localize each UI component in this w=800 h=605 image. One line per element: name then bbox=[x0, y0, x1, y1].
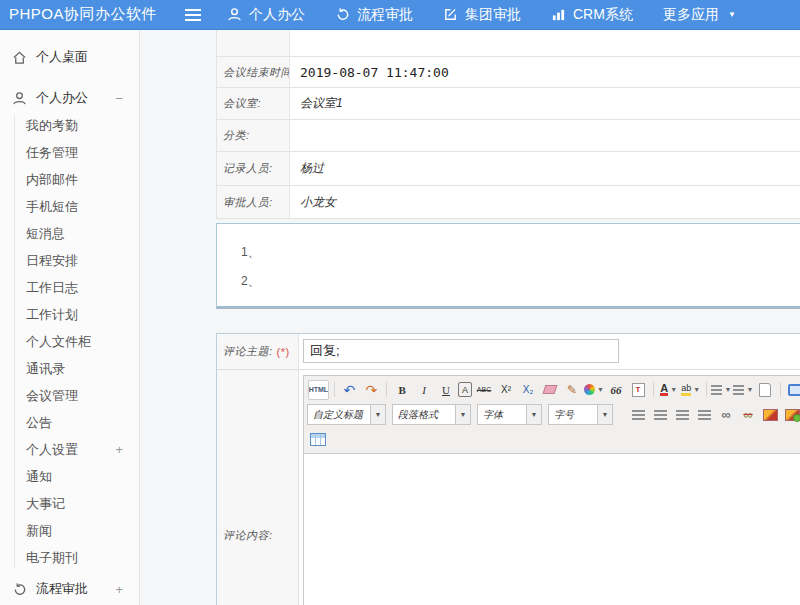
subscript-button[interactable]: X₂ bbox=[518, 380, 538, 400]
field-label: 分类: bbox=[217, 120, 290, 151]
expand-icon[interactable]: + bbox=[115, 582, 123, 597]
sidebar-item-e-journal[interactable]: 电子期刊 bbox=[0, 544, 139, 571]
unordered-list-button[interactable]: ▼ bbox=[733, 380, 753, 400]
history-icon bbox=[12, 582, 27, 597]
toolbar-row-3 bbox=[307, 427, 800, 452]
select-value: 自定义标题 bbox=[308, 408, 370, 422]
sidebar: 个人桌面 个人办公 − 我的考勤 任务管理 内部邮件 手机短信 短消息 日程安排… bbox=[0, 30, 140, 605]
sidebar-item-label: 工作日志 bbox=[26, 279, 78, 297]
insert-link-icon[interactable]: ∞ bbox=[716, 405, 736, 425]
bold-button[interactable]: B bbox=[392, 380, 412, 400]
comment-subject-input[interactable] bbox=[303, 339, 619, 363]
paste-from-word-button[interactable]: T bbox=[628, 380, 648, 400]
sidebar-item-events[interactable]: 大事记 bbox=[0, 490, 139, 517]
sidebar-group-workflow-approval[interactable]: 流程审批 + bbox=[0, 575, 139, 603]
nav-label: CRM系统 bbox=[573, 6, 633, 24]
sidebar-item-label: 新闻 bbox=[26, 522, 52, 540]
sidebar-item-contacts[interactable]: 通讯录 bbox=[0, 355, 139, 382]
align-left-icon bbox=[632, 410, 645, 420]
ordered-list-button[interactable]: ▼ bbox=[711, 380, 731, 400]
nav-personal-office[interactable]: 个人办公 bbox=[227, 6, 305, 24]
strikethrough-button[interactable]: ABC bbox=[474, 380, 494, 400]
heading-style-select[interactable]: 自定义标题▼ bbox=[307, 404, 386, 425]
chevron-down-icon: ▼ bbox=[693, 386, 700, 393]
new-page-button[interactable] bbox=[755, 380, 775, 400]
collapse-icon[interactable]: − bbox=[115, 91, 123, 106]
sidebar-item-file-cabinet[interactable]: 个人文件柜 bbox=[0, 328, 139, 355]
sidebar-item-work-log[interactable]: 工作日志 bbox=[0, 274, 139, 301]
sidebar-item-label: 个人办公 bbox=[36, 89, 88, 107]
sidebar-item-work-plan[interactable]: 工作计划 bbox=[0, 301, 139, 328]
font-style-button[interactable]: A bbox=[458, 382, 472, 397]
font-color-button[interactable]: A▼ bbox=[659, 380, 679, 400]
sidebar-item-meeting-management[interactable]: 会议管理 bbox=[0, 382, 139, 409]
nav-group-approval[interactable]: 集团审批 bbox=[443, 6, 521, 24]
editor-content-area[interactable] bbox=[304, 454, 800, 605]
nav-label: 个人办公 bbox=[249, 6, 305, 24]
nav-crm-system[interactable]: CRM系统 bbox=[551, 6, 633, 24]
sidebar-item-label: 我的考勤 bbox=[26, 117, 78, 135]
font-size-select[interactable]: 字号▼ bbox=[548, 404, 613, 425]
insert-image-button[interactable] bbox=[760, 405, 780, 425]
expand-icon[interactable]: + bbox=[115, 442, 123, 457]
sidebar-item-label: 工作计划 bbox=[26, 306, 78, 324]
upload-image-button[interactable] bbox=[782, 405, 800, 425]
sidebar-item-label: 内部邮件 bbox=[26, 171, 78, 189]
paragraph-format-select[interactable]: 段落格式▼ bbox=[392, 404, 471, 425]
align-right-button[interactable] bbox=[672, 405, 692, 425]
sidebar-item-tasks[interactable]: 任务管理 bbox=[0, 139, 139, 166]
color-picker-button[interactable]: ▼ bbox=[584, 380, 604, 400]
sidebar-item-label: 大事记 bbox=[26, 495, 65, 513]
nav-workflow-approval[interactable]: 流程审批 bbox=[335, 6, 413, 24]
home-icon bbox=[12, 50, 27, 65]
remove-link-icon[interactable]: ∞ bbox=[738, 405, 758, 425]
undo-icon[interactable]: ↶ bbox=[339, 380, 359, 400]
app-window: PHPOA协同办公软件 个人办公 流程审批 集团审批 CRM系统 更多应用 ▼ bbox=[0, 0, 800, 605]
font-family-select[interactable]: 字体▼ bbox=[477, 404, 542, 425]
top-bar: PHPOA协同办公软件 个人办公 流程审批 集团审批 CRM系统 更多应用 ▼ bbox=[0, 0, 800, 30]
table-row-approver: 审批人员: 小龙女 bbox=[217, 186, 800, 219]
italic-button[interactable]: I bbox=[414, 380, 434, 400]
image-upload-icon bbox=[785, 409, 800, 421]
align-left-button[interactable] bbox=[628, 405, 648, 425]
notes-line: 2、 bbox=[241, 267, 800, 296]
edit-square-icon bbox=[443, 7, 458, 22]
chevron-down-icon: ▼ bbox=[597, 386, 604, 393]
meeting-notes-box: 1、 2、 bbox=[216, 223, 800, 309]
table-row-recorder: 记录人员: 杨过 bbox=[217, 152, 800, 186]
field-value: 小龙女 bbox=[290, 186, 800, 218]
sidebar-item-short-message[interactable]: 短消息 bbox=[0, 220, 139, 247]
ordered-list-icon bbox=[711, 385, 722, 395]
field-label: 审批人员: bbox=[217, 186, 290, 218]
highlight-color-button[interactable]: ab▼ bbox=[681, 380, 701, 400]
person-icon bbox=[12, 91, 27, 106]
sidebar-item-schedule[interactable]: 日程安排 bbox=[0, 247, 139, 274]
sidebar-item-internal-mail[interactable]: 内部邮件 bbox=[0, 166, 139, 193]
comment-content-label: 评论内容: bbox=[223, 528, 273, 543]
sidebar-item-desktop[interactable]: 个人桌面 bbox=[0, 43, 139, 71]
nav-more-apps[interactable]: 更多应用 ▼ bbox=[663, 6, 736, 24]
format-brush-icon[interactable]: ✎ bbox=[562, 380, 582, 400]
sidebar-item-personal-settings[interactable]: 个人设置+ bbox=[0, 436, 139, 463]
underline-button[interactable]: U bbox=[436, 380, 456, 400]
table-row-category: 分类: bbox=[217, 120, 800, 152]
sidebar-item-attendance[interactable]: 我的考勤 bbox=[0, 112, 139, 139]
sidebar-group-personal-office[interactable]: 个人办公 − bbox=[0, 84, 139, 112]
align-center-button[interactable] bbox=[650, 405, 670, 425]
html-source-button[interactable]: HTML bbox=[308, 380, 329, 400]
bar-chart-icon bbox=[551, 7, 566, 22]
sidebar-item-sms[interactable]: 手机短信 bbox=[0, 193, 139, 220]
redo-icon[interactable]: ↷ bbox=[361, 380, 381, 400]
blockquote-button[interactable]: 66 bbox=[606, 380, 626, 400]
sidebar-item-news[interactable]: 新闻 bbox=[0, 517, 139, 544]
notes-line: 1、 bbox=[241, 238, 800, 267]
nav-label: 更多应用 bbox=[663, 6, 719, 24]
sidebar-item-notice[interactable]: 通知 bbox=[0, 463, 139, 490]
hamburger-menu-icon[interactable] bbox=[185, 9, 201, 21]
remove-format-button[interactable] bbox=[540, 380, 560, 400]
superscript-button[interactable]: X² bbox=[496, 380, 516, 400]
fullscreen-button[interactable] bbox=[786, 380, 800, 400]
insert-table-button[interactable] bbox=[308, 430, 328, 450]
align-justify-button[interactable] bbox=[694, 405, 714, 425]
sidebar-item-announcement[interactable]: 公告 bbox=[0, 409, 139, 436]
